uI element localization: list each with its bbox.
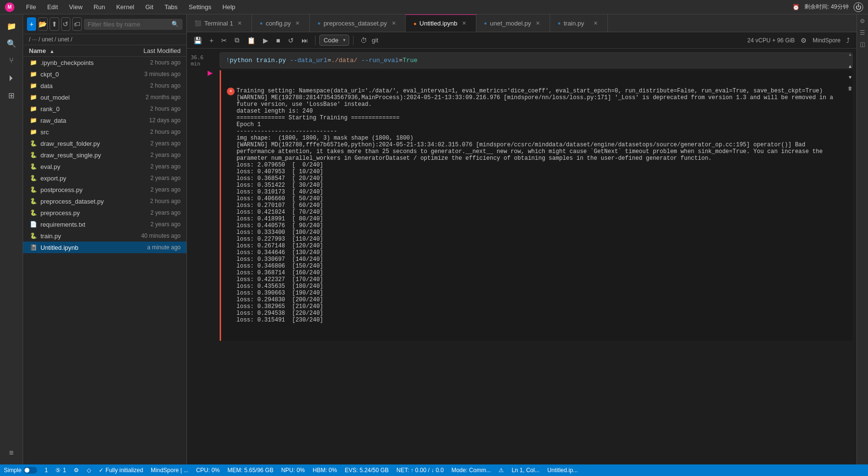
folder-icon: 📁 (29, 93, 38, 102)
menu-settings[interactable]: Settings (187, 2, 213, 12)
right-icon-3[interactable]: ◫ (858, 39, 868, 49)
tab-close-untitled[interactable]: ✕ (460, 20, 468, 27)
sidebar-toolbar: + 📂 ⬆ ↺ 🏷 🔍 (23, 14, 186, 34)
file-item[interactable]: 📁 out_model 2 months ago (23, 91, 186, 103)
activity-more[interactable]: ≡ (4, 445, 19, 461)
col-modified-header[interactable]: Last Modified (118, 47, 181, 54)
add-cell-button[interactable]: + (207, 35, 216, 46)
txt-icon: 📄 (29, 220, 38, 229)
menu-help[interactable]: Help (221, 2, 237, 12)
status-text: Fully initialized (105, 467, 143, 474)
mode-toggle[interactable] (24, 467, 37, 474)
activity-debug[interactable]: ⏵ (4, 70, 19, 86)
file-item[interactable]: 📄 requirements.txt 2 years ago (23, 219, 186, 230)
file-item[interactable]: 🐍 export.py 2 years ago (23, 172, 186, 184)
cell-move-up[interactable]: ▲ (845, 62, 855, 71)
tab-close-train[interactable]: ✕ (592, 19, 600, 27)
menu-tabs[interactable]: Tabs (162, 2, 179, 12)
file-name: draw_result_folder.py (40, 140, 118, 147)
settings-button[interactable]: ⚙ (798, 35, 810, 46)
file-item[interactable]: 🐍 preprocess.py 2 years ago (23, 207, 186, 219)
tab-unet-model[interactable]: ● unet_model.py ✕ (476, 14, 550, 32)
right-icon-2[interactable]: ☰ (858, 28, 868, 38)
col-name-header[interactable]: Name ▲ (29, 47, 118, 54)
menu-file[interactable]: File (24, 2, 38, 12)
file-item[interactable]: 🐍 train.py 40 minutes ago (23, 230, 186, 242)
file-item[interactable]: 📁 src 2 hours ago (23, 126, 186, 138)
file-item[interactable]: 📁 ckpt_0 3 minutes ago (23, 68, 186, 80)
stop-button[interactable]: ■ (273, 35, 283, 46)
upload-button[interactable]: 📂 (38, 17, 48, 31)
tab-untitled[interactable]: ● Untitled.ipynb ✕ (406, 14, 476, 32)
share-button[interactable]: ⤴ (843, 35, 853, 46)
tab-preprocess[interactable]: ● preprocess_dataset.py ✕ (310, 14, 406, 32)
status-settings-icon[interactable]: ⚙ (74, 467, 79, 474)
tab-train[interactable]: ● train.py ✕ (550, 14, 608, 32)
activity-search[interactable]: 🔍 (4, 36, 19, 51)
status-mode[interactable]: Simple (4, 467, 37, 474)
file-item[interactable]: 🐍 eval.py 2 years ago (23, 161, 186, 172)
status-mindspore: MindSpore | ... (151, 467, 188, 474)
tag-button[interactable]: 🏷 (72, 17, 82, 31)
file-item[interactable]: 📁 rank_0 2 hours ago (23, 103, 186, 115)
file-item-selected[interactable]: 📓 Untitled.ipynb a minute ago (23, 242, 186, 253)
file-name: data (40, 82, 118, 90)
cell-input[interactable]: !python train.py --data_url=./data/ --ru… (220, 52, 853, 68)
new-button[interactable]: + (27, 17, 36, 31)
file-item[interactable]: 📁 raw_data 12 days ago (23, 115, 186, 126)
file-modified: 40 minutes ago (118, 232, 181, 239)
tab-config[interactable]: ● config.py ✕ (252, 14, 310, 32)
activity-explorer[interactable]: 📁 (4, 18, 19, 34)
cell-delete[interactable]: 🗑 (845, 84, 855, 93)
cell-add-above[interactable]: + (846, 51, 855, 60)
cell-run-button[interactable]: ▶ (204, 67, 216, 78)
restart-button[interactable]: ↺ (285, 35, 297, 46)
py-tab-icon: ● (317, 20, 321, 26)
file-item[interactable]: 🐍 draw_result_single.py 2 years ago (23, 149, 186, 161)
save-button[interactable]: 💾 (191, 35, 205, 46)
activity-extensions[interactable]: ⊞ (4, 88, 19, 103)
python-icon: 🐍 (29, 232, 38, 240)
paste-button[interactable]: 📋 (244, 35, 258, 46)
terminal-icon: ⬛ (195, 20, 201, 26)
activity-git[interactable]: ⑂ (4, 53, 19, 68)
code-keyword: ! (226, 57, 230, 64)
code-type-select[interactable]: Code (319, 35, 349, 46)
copy-button[interactable]: ⧉ (232, 34, 242, 46)
file-item[interactable]: 📁 data 2 hours ago (23, 80, 186, 91)
file-modified: 2 months ago (118, 94, 181, 101)
status-diamond[interactable]: ◇ (87, 467, 91, 474)
menu-view[interactable]: View (67, 2, 84, 12)
tab-label: Untitled.ipynb (420, 20, 458, 27)
menu-kernel[interactable]: Kernel (114, 2, 136, 12)
tab-terminal[interactable]: ⬛ Terminal 1 ✕ (187, 14, 252, 32)
download-button[interactable]: ⬆ (50, 17, 59, 31)
file-item[interactable]: 🐍 preprocess_dataset.py 2 hours ago (23, 195, 186, 207)
search-input[interactable] (88, 21, 169, 28)
file-name: draw_result_single.py (40, 152, 118, 159)
cell-area[interactable]: + ▲ ▼ 🗑 36.6 min ▶ !python train.py --da… (187, 49, 856, 464)
file-item[interactable]: 🐍 postprocess.py 2 years ago (23, 184, 186, 195)
tab-close-config[interactable]: ✕ (294, 19, 302, 27)
right-icon-1[interactable]: ⚙ (858, 16, 868, 26)
run-button[interactable]: ▶ (260, 35, 271, 46)
status-s1-icon: ⑤ (55, 467, 61, 474)
file-item[interactable]: 📁 .ipynb_checkpoints 2 hours ago (23, 57, 186, 68)
menu-edit[interactable]: Edit (45, 2, 60, 12)
tab-close-preprocess[interactable]: ✕ (390, 19, 397, 27)
breadcrumb: / ··· / unet / unet / (23, 34, 186, 45)
file-item[interactable]: 🐍 draw_result_folder.py 2 years ago (23, 138, 186, 149)
clock-button[interactable]: ⏱ (357, 35, 370, 46)
power-button[interactable]: ⏻ (854, 2, 863, 12)
run-all-button[interactable]: ⏭ (299, 35, 311, 46)
cut-button[interactable]: ✂ (218, 35, 230, 46)
file-modified: 3 minutes ago (118, 71, 181, 77)
refresh-button[interactable]: ↺ (61, 17, 71, 31)
status-filename: Untitled.ip... (547, 467, 578, 474)
tab-close-terminal[interactable]: ✕ (236, 19, 244, 27)
menu-git[interactable]: Git (144, 2, 156, 12)
tab-close-unet-model[interactable]: ✕ (534, 19, 542, 27)
python-icon: 🐍 (29, 208, 38, 217)
cell-move-down[interactable]: ▼ (845, 73, 855, 82)
menu-run[interactable]: Run (92, 2, 107, 12)
